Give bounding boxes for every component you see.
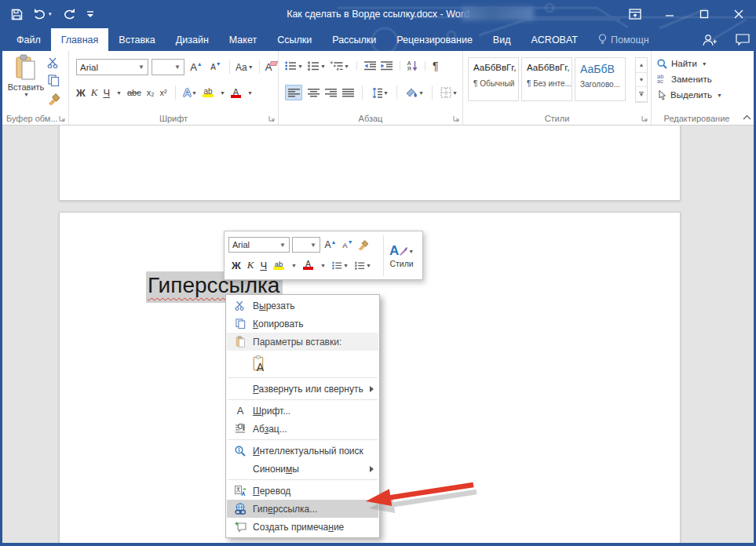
numbering-button[interactable]: ▼ xyxy=(308,61,326,71)
save-button[interactable] xyxy=(11,9,23,20)
font-size-combo[interactable]: ▼ xyxy=(152,59,184,75)
tab-tell-me[interactable]: Помощн xyxy=(588,28,659,51)
cut-button[interactable] xyxy=(47,57,60,68)
tab-review[interactable]: Рецензирование xyxy=(386,28,483,51)
sort-button[interactable]: А Я xyxy=(407,60,418,71)
text-highlight-button[interactable]: ab xyxy=(203,88,214,97)
copy-button[interactable] xyxy=(48,75,60,86)
borders-button[interactable]: ▼ xyxy=(440,87,458,98)
paragraph-dialog-launcher[interactable] xyxy=(452,115,460,122)
menu-item-expand-collapse[interactable]: Развернуть или свернуть xyxy=(227,380,378,398)
subscript-button[interactable]: x₂ xyxy=(147,88,155,97)
mini-underline-button[interactable]: Ч xyxy=(260,260,267,271)
customize-qat-button[interactable] xyxy=(86,10,94,18)
mini-bullets-button[interactable]: ▼ xyxy=(332,261,349,270)
strikethrough-button[interactable]: abc xyxy=(127,88,141,97)
tab-insert[interactable]: Вставка xyxy=(108,28,165,51)
multilevel-list-button[interactable]: ▼ xyxy=(331,61,349,71)
font-size-dropdown-arrow[interactable]: ▼ xyxy=(174,64,181,71)
font-dialog-launcher[interactable] xyxy=(268,115,276,122)
menu-item-copy[interactable]: Копировать xyxy=(227,315,378,333)
tab-acrobat[interactable]: ACROBAT xyxy=(520,28,588,51)
styles-gallery-more-button[interactable]: ▼ xyxy=(636,87,647,102)
tab-home[interactable]: Главная xyxy=(51,28,109,51)
tab-design[interactable]: Дизайн xyxy=(166,28,219,51)
clipboard-dialog-launcher[interactable] xyxy=(58,115,66,122)
shading-button[interactable]: ▼ xyxy=(405,87,424,98)
tab-mailings[interactable]: Рассылки xyxy=(322,28,386,51)
paste-keep-text-only-button[interactable]: A xyxy=(253,353,274,374)
styles-scroll-up-button[interactable]: ▲ xyxy=(636,58,647,73)
menu-item-hyperlink[interactable]: Гиперссылка... xyxy=(227,500,378,518)
bold-button[interactable]: Ж xyxy=(76,87,86,99)
align-center-button[interactable] xyxy=(308,89,320,97)
select-button[interactable]: Выделить▼ xyxy=(652,87,742,103)
align-left-button[interactable] xyxy=(285,85,302,100)
decrease-indent-button[interactable] xyxy=(364,61,376,71)
collapse-ribbon-button[interactable] xyxy=(743,112,751,122)
minimize-button[interactable] xyxy=(652,0,687,28)
font-color-dropdown-arrow[interactable]: ▼ xyxy=(247,90,253,96)
underline-button[interactable]: Ч xyxy=(103,87,110,99)
ribbon-display-options-button[interactable] xyxy=(618,0,652,28)
font-name-combo[interactable]: Arial▼ xyxy=(76,59,148,75)
font-color-button[interactable]: А xyxy=(231,88,241,98)
mini-font-color-dropdown-arrow[interactable]: ▼ xyxy=(320,263,326,268)
italic-button[interactable]: К xyxy=(91,86,98,99)
mini-font-color-button[interactable]: А xyxy=(303,260,313,270)
mini-shrink-font-button[interactable]: А▼ xyxy=(341,241,355,249)
redo-button[interactable] xyxy=(63,9,75,20)
paste-button[interactable]: Вставить ▼ xyxy=(7,54,45,111)
style-normal[interactable]: АаБбВвГг, ¶ Обычный xyxy=(468,57,519,101)
menu-item-cut[interactable]: Вырезать xyxy=(227,297,378,315)
close-button[interactable] xyxy=(721,0,756,28)
change-case-button[interactable]: Aa▼ xyxy=(236,62,254,73)
menu-item-synonyms[interactable]: Синонимы xyxy=(227,460,378,478)
find-button[interactable]: Найти▼ xyxy=(652,56,742,71)
clear-formatting-button[interactable]: А xyxy=(265,61,272,73)
style-no-spacing[interactable]: АаБбВвГг, ¶ Без инте... xyxy=(521,57,572,101)
mini-grow-font-button[interactable]: А▲ xyxy=(323,239,338,250)
font-name-dropdown-arrow[interactable]: ▼ xyxy=(138,64,144,71)
replace-button[interactable]: ab ac Заменить xyxy=(652,71,742,87)
undo-button[interactable]: ▾ xyxy=(34,9,52,20)
mini-format-painter-button[interactable] xyxy=(357,239,368,250)
menu-item-paragraph[interactable]: Абзац... xyxy=(227,420,378,438)
menu-item-smart-lookup[interactable]: Интеллектуальный поиск xyxy=(227,442,378,460)
styles-scroll-down-button[interactable]: ▼ xyxy=(636,73,647,88)
menu-item-font[interactable]: A Шрифт... xyxy=(227,402,378,420)
share-icon[interactable] xyxy=(702,34,717,46)
paste-dropdown-arrow[interactable]: ▼ xyxy=(8,92,45,97)
mini-italic-button[interactable]: К xyxy=(247,259,254,271)
shrink-font-button[interactable]: А▼ xyxy=(208,63,224,71)
superscript-button[interactable]: x² xyxy=(160,88,167,97)
grow-font-button[interactable]: А▲ xyxy=(188,61,205,73)
mini-font-name-combo[interactable]: Arial▼ xyxy=(228,237,290,253)
styles-dialog-launcher[interactable] xyxy=(641,115,648,122)
text-effects-button[interactable]: А▼ xyxy=(184,86,197,99)
maximize-button[interactable] xyxy=(687,0,721,28)
mini-highlight-button[interactable]: ab xyxy=(273,261,284,270)
highlight-dropdown-arrow[interactable]: ▼ xyxy=(220,90,225,96)
increase-indent-button[interactable] xyxy=(381,61,393,71)
justify-button[interactable] xyxy=(342,89,354,97)
page-1[interactable] xyxy=(59,126,681,201)
tab-view[interactable]: Вид xyxy=(483,28,521,51)
undo-dropdown-arrow[interactable]: ▾ xyxy=(49,11,52,17)
mini-font-size-combo[interactable]: ▼ xyxy=(292,237,320,253)
tab-references[interactable]: Ссылки xyxy=(267,28,322,51)
mini-styles-button[interactable]: А ▼ Стили xyxy=(383,235,419,276)
menu-item-new-comment[interactable]: Создать примечание xyxy=(227,518,378,536)
tab-layout[interactable]: Макет xyxy=(219,28,267,51)
underline-dropdown-arrow[interactable]: ▼ xyxy=(116,90,122,96)
align-right-button[interactable] xyxy=(325,89,337,97)
mini-highlight-dropdown-arrow[interactable]: ▼ xyxy=(291,263,297,268)
menu-item-translate[interactable]: Перевод xyxy=(227,482,378,500)
style-heading1[interactable]: АаБбВ Заголово... xyxy=(575,57,626,101)
show-paragraph-marks-button[interactable]: ¶ xyxy=(433,60,439,72)
mini-bold-button[interactable]: Ж xyxy=(232,260,241,271)
comments-icon[interactable] xyxy=(736,34,750,46)
bullets-button[interactable]: ▼ xyxy=(285,61,303,71)
document-area[interactable]: Гиперссылка Arial▼ ▼ А▲ А▼ xyxy=(2,126,754,543)
format-painter-button[interactable] xyxy=(47,93,60,105)
